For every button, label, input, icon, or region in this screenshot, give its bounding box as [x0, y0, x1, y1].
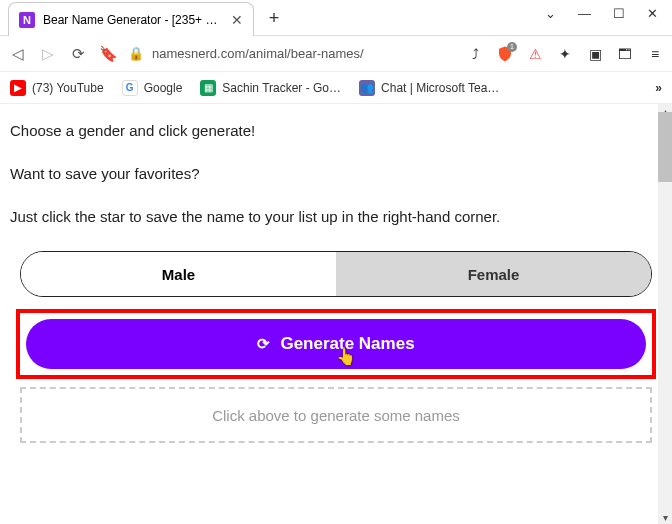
url-field[interactable]: 🔒 namesnerd.com/animal/bear-names/ [128, 46, 456, 61]
back-button[interactable]: ◁ [8, 44, 28, 64]
reload-button[interactable]: ⟳ [68, 44, 88, 64]
bookmark-teams[interactable]: 👥 Chat | Microsoft Tea… [359, 80, 499, 96]
bookmark-label: Chat | Microsoft Tea… [381, 81, 499, 95]
menu-icon[interactable]: ≡ [646, 45, 664, 63]
forward-button[interactable]: ▷ [38, 44, 58, 64]
gender-toggle: Male Female [20, 251, 652, 297]
tab-title: Bear Name Generator - [235+ am… [43, 13, 223, 27]
window-minimize-icon[interactable]: — [578, 6, 591, 21]
youtube-icon: ▶ [10, 80, 26, 96]
bookmark-sheets[interactable]: ▦ Sachin Tracker - Go… [200, 80, 341, 96]
window-titlebar: N Bear Name Generator - [235+ am… ✕ + ⌄ … [0, 0, 672, 36]
bookmarks-bar: ▶ (73) YouTube G Google ▦ Sachin Tracker… [0, 72, 672, 104]
window-dropdown-icon[interactable]: ⌄ [545, 6, 556, 21]
intro-line-1: Choose a gender and click generate! [10, 122, 662, 139]
google-icon: G [122, 80, 138, 96]
refresh-icon: ⟳ [257, 335, 270, 353]
toggle-female[interactable]: Female [336, 252, 651, 296]
sheets-icon: ▦ [200, 80, 216, 96]
lock-icon: 🔒 [128, 46, 144, 61]
bookmarks-overflow-icon[interactable]: » [655, 81, 662, 95]
bookmark-label: Sachin Tracker - Go… [222, 81, 341, 95]
placeholder-text: Click above to generate some names [212, 407, 460, 424]
address-bar: ◁ ▷ ⟳ 🔖 🔒 namesnerd.com/animal/bear-name… [0, 36, 672, 72]
browser-tab[interactable]: N Bear Name Generator - [235+ am… ✕ [8, 2, 254, 36]
cursor-icon: 👆 [336, 347, 356, 366]
generate-names-button[interactable]: ⟳ Generate Names 👆 [26, 319, 646, 369]
highlight-annotation: ⟳ Generate Names 👆 [16, 309, 656, 379]
app-icon[interactable]: ▣ [586, 45, 604, 63]
url-text: namesnerd.com/animal/bear-names/ [152, 46, 364, 61]
bookmark-label: Google [144, 81, 183, 95]
close-tab-icon[interactable]: ✕ [231, 12, 243, 28]
extensions-icon[interactable]: ✦ [556, 45, 574, 63]
bookmark-google[interactable]: G Google [122, 80, 183, 96]
toolbar-icons: ⤴ 1 ⚠ ✦ ▣ 🗔 ≡ [466, 45, 664, 63]
scroll-down-icon[interactable]: ▾ [658, 510, 672, 524]
reader-icon[interactable]: 🗔 [616, 45, 634, 63]
results-placeholder: Click above to generate some names [20, 387, 652, 443]
intro-line-2: Want to save your favorites? [10, 165, 662, 182]
toggle-male[interactable]: Male [21, 252, 336, 296]
brave-shield-icon[interactable]: 1 [496, 45, 514, 63]
bookmark-label: (73) YouTube [32, 81, 104, 95]
intro-line-3: Just click the star to save the name to … [10, 208, 662, 225]
warning-icon[interactable]: ⚠ [526, 45, 544, 63]
bookmark-youtube[interactable]: ▶ (73) YouTube [10, 80, 104, 96]
bookmark-page-icon[interactable]: 🔖 [98, 44, 118, 64]
window-close-icon[interactable]: ✕ [647, 6, 658, 21]
site-favicon: N [19, 12, 35, 28]
scrollbar-thumb[interactable] [658, 112, 672, 182]
share-icon[interactable]: ⤴ [466, 45, 484, 63]
brave-badge: 1 [507, 42, 517, 52]
new-tab-button[interactable]: + [260, 4, 288, 32]
teams-icon: 👥 [359, 80, 375, 96]
window-controls: ⌄ — ☐ ✕ [531, 0, 672, 27]
page-content: ▴ ▾ Choose a gender and click generate! … [0, 104, 672, 524]
window-maximize-icon[interactable]: ☐ [613, 6, 625, 21]
